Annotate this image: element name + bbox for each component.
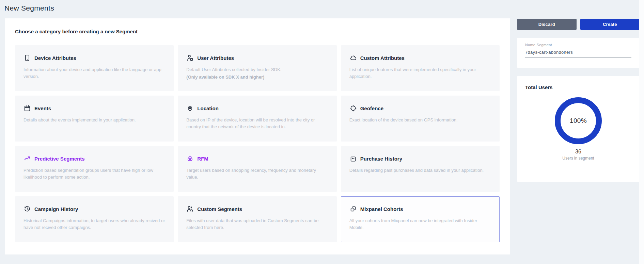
- card-description: Files with user data that was uploaded i…: [186, 217, 328, 231]
- card-title: Geofence: [360, 105, 383, 111]
- location-pin-icon: [186, 104, 194, 112]
- card-title: Location: [197, 105, 219, 111]
- card-description: Details regarding past purchases and dat…: [349, 167, 491, 174]
- card-description: Information about your device and applic…: [23, 66, 165, 80]
- history-icon: [23, 205, 31, 213]
- category-card-device-attributes[interactable]: Device Attributes Information about your…: [15, 45, 174, 91]
- calendar-icon: [23, 104, 31, 112]
- user-icon: [186, 54, 194, 62]
- segment-summary-sidebar: Discard Create Name Segment Total Users …: [517, 19, 640, 182]
- category-card-mixpanel-cohorts[interactable]: Mixpanel Cohorts All your cohorts from M…: [341, 196, 500, 242]
- category-card-location[interactable]: Location Based on IP of the device, loca…: [178, 96, 336, 142]
- card-title: Campaign History: [34, 206, 78, 212]
- category-card-custom-attributes[interactable]: Custom Attributes List of unique feature…: [341, 45, 500, 91]
- card-title: Custom Segments: [197, 206, 242, 212]
- segment-name-card: Name Segment: [517, 38, 640, 68]
- card-title: Custom Attributes: [360, 55, 405, 61]
- card-title: Purchase History: [360, 156, 402, 162]
- total-users-title: Total Users: [525, 84, 631, 90]
- card-title: Events: [34, 105, 51, 111]
- segment-name-input[interactable]: [525, 50, 631, 57]
- venn-diagram-icon: [186, 155, 194, 162]
- segment-category-panel: Choose a category before creating a new …: [5, 18, 510, 254]
- total-users-card: Total Users 100% 36 Users in segment: [517, 76, 640, 182]
- card-description: Based on IP of the device, location will…: [186, 117, 328, 130]
- card-description: All your cohorts from Mixpanel can now b…: [349, 217, 491, 231]
- card-description: Prediction based segmentation groups use…: [23, 167, 165, 181]
- category-card-user-attributes[interactable]: User Attributes Default User Attributes …: [178, 45, 336, 91]
- card-description-note: (Only available on SDK X and higher): [186, 74, 328, 81]
- page-title: New Segments: [4, 4, 54, 12]
- discard-button[interactable]: Discard: [517, 19, 577, 30]
- card-description: Details about the events implemented in …: [23, 117, 165, 123]
- card-description: Historical Campaigns information, to tar…: [23, 217, 165, 231]
- cloud-icon: [349, 54, 357, 62]
- card-description: Exact location of the device based on GP…: [349, 117, 491, 123]
- cohorts-icon: [349, 205, 357, 213]
- card-description: Default User Attributes collected by Ins…: [186, 66, 328, 73]
- donut-percent-label: 100%: [570, 117, 587, 125]
- card-title: User Attributes: [197, 55, 234, 61]
- category-card-geofence[interactable]: Geofence Exact location of the device ba…: [341, 96, 500, 142]
- create-button[interactable]: Create: [580, 19, 640, 30]
- category-card-events[interactable]: Events Details about the events implemen…: [15, 96, 174, 142]
- category-card-campaign-history[interactable]: Campaign History Historical Campaigns in…: [15, 196, 174, 242]
- card-title: Predictive Segments: [34, 156, 85, 162]
- segment-name-label: Name Segment: [525, 43, 631, 47]
- users-caption: Users in segment: [525, 156, 631, 161]
- users-donut-chart: 100%: [555, 97, 602, 144]
- device-icon: [23, 54, 31, 62]
- category-card-predictive-segments[interactable]: Predictive Segments Prediction based seg…: [15, 146, 174, 192]
- category-card-purchase-history[interactable]: Purchase History Details regarding past …: [341, 146, 500, 192]
- card-title: Device Attributes: [34, 55, 76, 61]
- shopping-bag-icon: [349, 155, 357, 162]
- users-icon: [186, 205, 194, 213]
- panel-subtitle: Choose a category before creating a new …: [15, 29, 510, 34]
- trend-up-icon: [23, 155, 31, 162]
- card-title: RFM: [197, 156, 208, 162]
- card-description: List of unique features that were implem…: [349, 66, 491, 80]
- users-count: 36: [525, 149, 631, 155]
- category-card-custom-segments[interactable]: Custom Segments Files with user data tha…: [178, 196, 336, 242]
- geofence-icon: [349, 104, 357, 112]
- category-card-rfm[interactable]: RFM Target users based on shopping recen…: [178, 146, 336, 192]
- scrollbar-track[interactable]: [639, 0, 644, 264]
- category-card-grid: Device Attributes Information about your…: [15, 45, 500, 242]
- card-description: Target users based on shopping recency, …: [186, 167, 328, 181]
- card-title: Mixpanel Cohorts: [360, 206, 403, 212]
